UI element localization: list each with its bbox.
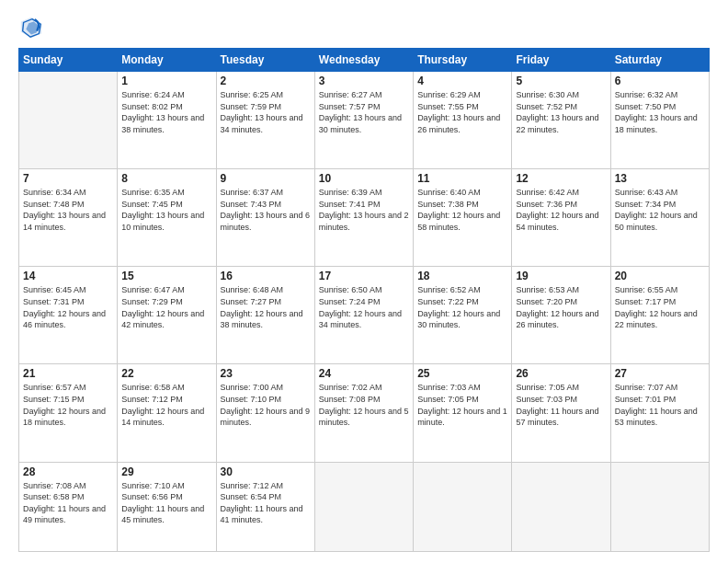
- calendar-day-cell: 5Sunrise: 6:30 AMSunset: 7:52 PMDaylight…: [512, 72, 610, 169]
- day-info: Sunrise: 7:05 AMSunset: 7:03 PMDaylight:…: [516, 382, 606, 428]
- logo: [18, 15, 48, 40]
- day-info: Sunrise: 6:45 AMSunset: 7:31 PMDaylight:…: [23, 284, 113, 330]
- day-number: 30: [221, 465, 311, 478]
- day-number: 15: [121, 270, 211, 282]
- day-info: Sunrise: 6:47 AMSunset: 7:29 PMDaylight:…: [121, 284, 211, 330]
- day-info: Sunrise: 6:50 AMSunset: 7:24 PMDaylight:…: [319, 284, 409, 330]
- day-info: Sunrise: 6:48 AMSunset: 7:27 PMDaylight:…: [221, 284, 311, 330]
- day-info: Sunrise: 6:43 AMSunset: 7:34 PMDaylight:…: [615, 187, 705, 233]
- calendar-day-cell: 11Sunrise: 6:40 AMSunset: 7:38 PMDayligh…: [414, 169, 512, 267]
- day-number: 14: [23, 270, 113, 282]
- day-info: Sunrise: 6:42 AMSunset: 7:36 PMDaylight:…: [516, 187, 606, 233]
- calendar-day-cell: [512, 462, 610, 551]
- day-number: 10: [319, 172, 409, 185]
- weekday-header: Thursday: [414, 49, 512, 72]
- calendar-day-cell: 8Sunrise: 6:35 AMSunset: 7:45 PMDaylight…: [118, 169, 216, 267]
- calendar-day-cell: 22Sunrise: 6:58 AMSunset: 7:12 PMDayligh…: [118, 364, 216, 462]
- day-number: 23: [221, 367, 311, 380]
- calendar-day-cell: 17Sunrise: 6:50 AMSunset: 7:24 PMDayligh…: [314, 267, 413, 364]
- calendar-day-cell: 28Sunrise: 7:08 AMSunset: 6:58 PMDayligh…: [19, 462, 118, 551]
- day-number: 25: [417, 367, 507, 380]
- day-number: 20: [615, 270, 705, 282]
- day-info: Sunrise: 7:10 AMSunset: 6:56 PMDaylight:…: [121, 480, 211, 526]
- calendar-day-cell: 24Sunrise: 7:02 AMSunset: 7:08 PMDayligh…: [314, 364, 413, 462]
- calendar-day-cell: 30Sunrise: 7:12 AMSunset: 6:54 PMDayligh…: [216, 462, 314, 551]
- day-number: 22: [121, 367, 211, 380]
- weekday-header: Sunday: [19, 49, 118, 72]
- day-info: Sunrise: 6:29 AMSunset: 7:55 PMDaylight:…: [417, 89, 507, 135]
- calendar-day-cell: 1Sunrise: 6:24 AMSunset: 8:02 PMDaylight…: [118, 72, 216, 169]
- day-info: Sunrise: 7:07 AMSunset: 7:01 PMDaylight:…: [615, 382, 705, 428]
- weekday-header: Saturday: [610, 49, 709, 72]
- day-info: Sunrise: 7:00 AMSunset: 7:10 PMDaylight:…: [221, 382, 311, 428]
- day-number: 1: [121, 75, 211, 87]
- calendar-day-cell: 14Sunrise: 6:45 AMSunset: 7:31 PMDayligh…: [19, 267, 118, 364]
- calendar-day-cell: 12Sunrise: 6:42 AMSunset: 7:36 PMDayligh…: [512, 169, 610, 267]
- day-number: 16: [221, 270, 311, 282]
- calendar-week-row: 21Sunrise: 6:57 AMSunset: 7:15 PMDayligh…: [19, 364, 710, 462]
- day-number: 9: [221, 172, 311, 185]
- day-info: Sunrise: 6:52 AMSunset: 7:22 PMDaylight:…: [417, 284, 507, 330]
- day-number: 28: [23, 465, 113, 478]
- calendar-day-cell: 27Sunrise: 7:07 AMSunset: 7:01 PMDayligh…: [610, 364, 709, 462]
- day-info: Sunrise: 7:02 AMSunset: 7:08 PMDaylight:…: [319, 382, 409, 428]
- calendar-day-cell: 21Sunrise: 6:57 AMSunset: 7:15 PMDayligh…: [19, 364, 118, 462]
- day-number: 8: [121, 172, 211, 185]
- weekday-header: Wednesday: [314, 49, 413, 72]
- calendar-day-cell: 7Sunrise: 6:34 AMSunset: 7:48 PMDaylight…: [19, 169, 118, 267]
- calendar-day-cell: 18Sunrise: 6:52 AMSunset: 7:22 PMDayligh…: [414, 267, 512, 364]
- day-number: 17: [319, 270, 409, 282]
- day-info: Sunrise: 6:34 AMSunset: 7:48 PMDaylight:…: [23, 187, 113, 233]
- day-number: 27: [615, 367, 705, 380]
- calendar-day-cell: 29Sunrise: 7:10 AMSunset: 6:56 PMDayligh…: [118, 462, 216, 551]
- day-number: 11: [417, 172, 507, 185]
- day-info: Sunrise: 6:32 AMSunset: 7:50 PMDaylight:…: [615, 89, 705, 135]
- calendar-day-cell: 25Sunrise: 7:03 AMSunset: 7:05 PMDayligh…: [414, 364, 512, 462]
- weekday-header: Tuesday: [216, 49, 314, 72]
- day-number: 24: [319, 367, 409, 380]
- calendar-day-cell: 26Sunrise: 7:05 AMSunset: 7:03 PMDayligh…: [512, 364, 610, 462]
- calendar-day-cell: 4Sunrise: 6:29 AMSunset: 7:55 PMDaylight…: [414, 72, 512, 169]
- calendar-day-cell: 3Sunrise: 6:27 AMSunset: 7:57 PMDaylight…: [314, 72, 413, 169]
- day-info: Sunrise: 6:37 AMSunset: 7:43 PMDaylight:…: [221, 187, 311, 233]
- day-info: Sunrise: 6:25 AMSunset: 7:59 PMDaylight:…: [221, 89, 311, 135]
- day-number: 19: [516, 270, 606, 282]
- header: [18, 15, 710, 40]
- calendar-day-cell: 16Sunrise: 6:48 AMSunset: 7:27 PMDayligh…: [216, 267, 314, 364]
- weekday-header: Friday: [512, 49, 610, 72]
- day-info: Sunrise: 7:08 AMSunset: 6:58 PMDaylight:…: [23, 480, 113, 526]
- day-info: Sunrise: 6:24 AMSunset: 8:02 PMDaylight:…: [121, 89, 211, 135]
- calendar-week-row: 7Sunrise: 6:34 AMSunset: 7:48 PMDaylight…: [19, 169, 710, 267]
- day-info: Sunrise: 6:53 AMSunset: 7:20 PMDaylight:…: [516, 284, 606, 330]
- day-number: 12: [516, 172, 606, 185]
- day-number: 7: [23, 172, 113, 185]
- calendar-day-cell: 15Sunrise: 6:47 AMSunset: 7:29 PMDayligh…: [118, 267, 216, 364]
- weekday-header: Monday: [118, 49, 216, 72]
- calendar-day-cell: 10Sunrise: 6:39 AMSunset: 7:41 PMDayligh…: [314, 169, 413, 267]
- calendar-day-cell: 6Sunrise: 6:32 AMSunset: 7:50 PMDaylight…: [610, 72, 709, 169]
- day-number: 2: [221, 75, 311, 87]
- calendar-day-cell: 19Sunrise: 6:53 AMSunset: 7:20 PMDayligh…: [512, 267, 610, 364]
- day-info: Sunrise: 6:30 AMSunset: 7:52 PMDaylight:…: [516, 89, 606, 135]
- page: SundayMondayTuesdayWednesdayThursdayFrid…: [0, 0, 728, 563]
- calendar-table: SundayMondayTuesdayWednesdayThursdayFrid…: [18, 48, 710, 552]
- day-info: Sunrise: 7:12 AMSunset: 6:54 PMDaylight:…: [221, 480, 311, 526]
- day-info: Sunrise: 6:58 AMSunset: 7:12 PMDaylight:…: [121, 382, 211, 428]
- day-number: 18: [417, 270, 507, 282]
- day-info: Sunrise: 6:57 AMSunset: 7:15 PMDaylight:…: [23, 382, 113, 428]
- day-number: 13: [615, 172, 705, 185]
- calendar-day-cell: 23Sunrise: 7:00 AMSunset: 7:10 PMDayligh…: [216, 364, 314, 462]
- weekday-header-row: SundayMondayTuesdayWednesdayThursdayFrid…: [19, 49, 710, 72]
- calendar-day-cell: [414, 462, 512, 551]
- day-info: Sunrise: 6:35 AMSunset: 7:45 PMDaylight:…: [121, 187, 211, 233]
- calendar-week-row: 28Sunrise: 7:08 AMSunset: 6:58 PMDayligh…: [19, 462, 710, 551]
- calendar-day-cell: [19, 72, 118, 169]
- day-number: 3: [319, 75, 409, 87]
- day-number: 29: [121, 465, 211, 478]
- day-number: 5: [516, 75, 606, 87]
- calendar-day-cell: 9Sunrise: 6:37 AMSunset: 7:43 PMDaylight…: [216, 169, 314, 267]
- calendar-week-row: 1Sunrise: 6:24 AMSunset: 8:02 PMDaylight…: [19, 72, 710, 169]
- logo-icon: [18, 15, 44, 40]
- calendar-week-row: 14Sunrise: 6:45 AMSunset: 7:31 PMDayligh…: [19, 267, 710, 364]
- calendar-day-cell: 13Sunrise: 6:43 AMSunset: 7:34 PMDayligh…: [610, 169, 709, 267]
